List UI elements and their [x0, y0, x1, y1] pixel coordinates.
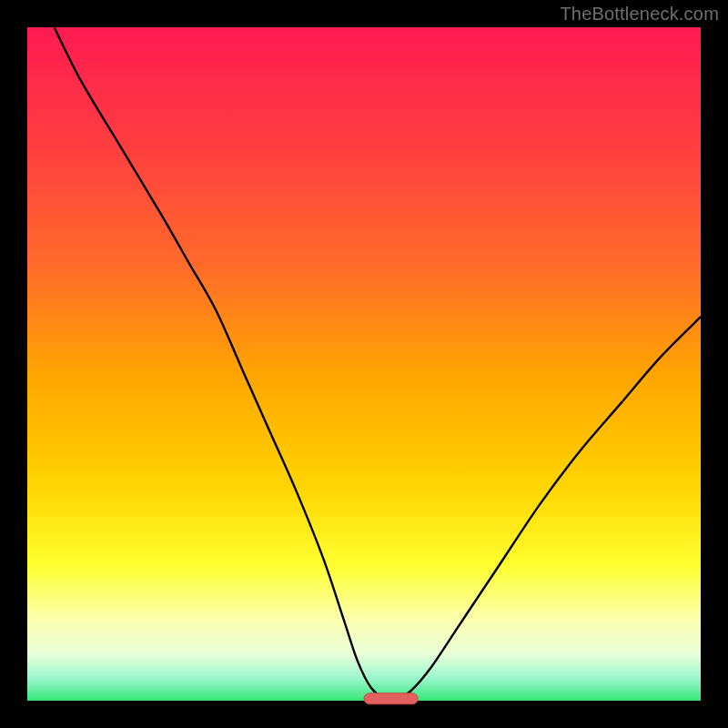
optimal-marker [364, 693, 418, 704]
chart-frame: TheBottleneck.com [0, 0, 728, 728]
bottleneck-chart [0, 0, 728, 728]
watermark-text: TheBottleneck.com [560, 4, 719, 25]
plot-background [27, 27, 701, 701]
